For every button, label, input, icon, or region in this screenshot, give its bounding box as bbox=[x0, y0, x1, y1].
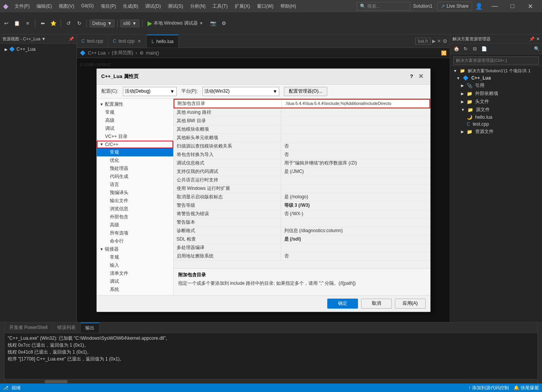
toolbar-btn-2[interactable]: 📋 bbox=[12, 19, 22, 28]
project-root[interactable]: ▼ 🔷 C++_Lua bbox=[450, 75, 542, 81]
sol-btn-collapse[interactable]: ⊟ bbox=[471, 45, 479, 53]
debug-config-dropdown[interactable]: Debug ▼ bbox=[90, 20, 114, 27]
prop-config-properties[interactable]: ▼ 配置属性 bbox=[97, 100, 173, 108]
prop-linker-system[interactable]: 系统 bbox=[97, 286, 173, 294]
prop-vc-dirs[interactable]: VC++ 目录 bbox=[97, 133, 173, 141]
menu-tools[interactable]: 工具(T) bbox=[209, 2, 230, 10]
bc-scope[interactable]: (全局范围) bbox=[112, 50, 133, 56]
prop-row-bmi[interactable]: 其他 BMI 目录 bbox=[174, 117, 430, 125]
config-dropdown[interactable]: 活动(Debug) ▼ bbox=[123, 87, 177, 96]
live-share-button[interactable]: ↗ Live Share bbox=[437, 2, 472, 11]
tab-test-cpp-2[interactable]: C test.cpp ✕ bbox=[108, 35, 147, 48]
prop-all-options[interactable]: 所有选项 bbox=[97, 229, 173, 237]
prop-row-clr[interactable]: 公共语言运行时支持 bbox=[174, 176, 430, 184]
sol-search-icon[interactable]: 🔍 bbox=[534, 46, 540, 51]
run-button[interactable]: ▶ 本地 Windows 调试器 ▼ bbox=[145, 19, 206, 28]
toolbar-btn-4[interactable]: ⬅ bbox=[38, 19, 47, 28]
prop-row-using[interactable]: 其他 #using 路径 bbox=[174, 108, 430, 117]
prop-row-module-deps[interactable]: 其他模块依赖项 bbox=[174, 125, 430, 134]
horizontal-scrollbar[interactable] bbox=[5, 379, 537, 384]
tab-test-cpp-1[interactable]: C test.cpp bbox=[77, 35, 108, 48]
pin-icon[interactable]: 📌 bbox=[529, 37, 535, 42]
prop-row-winrt[interactable]: 使用 Windows 运行时扩展 bbox=[174, 184, 430, 193]
close-button[interactable]: ✕ bbox=[521, 0, 539, 12]
resources-node[interactable]: ▶ 📁 资源文件 bbox=[450, 128, 542, 136]
sol-btn-refresh[interactable]: ↻ bbox=[462, 45, 469, 53]
menu-help[interactable]: 帮助(H) bbox=[277, 2, 299, 10]
menu-file[interactable]: 文件(F) bbox=[12, 2, 33, 10]
dialog-help-icon[interactable]: ? bbox=[410, 73, 413, 79]
prop-preprocessor[interactable]: 预处理器 bbox=[97, 164, 173, 173]
tab-hello-lua[interactable]: L hello.lua bbox=[147, 35, 178, 48]
prop-linker[interactable]: ▼ 链接器 bbox=[97, 245, 173, 253]
tab-close-icon[interactable]: ✕ bbox=[437, 38, 441, 44]
left-scroll-bar[interactable] bbox=[0, 322, 5, 384]
toolbar-btn-redo[interactable]: ↻ bbox=[75, 19, 84, 28]
menu-test[interactable]: 测试(S) bbox=[165, 2, 186, 10]
right-scroll-bar[interactable] bbox=[537, 322, 542, 384]
prop-row-sdl[interactable]: SDL 检查 是 (/sdl) bbox=[174, 235, 430, 244]
toolbar-btn-settings[interactable]: ⚙ bbox=[219, 19, 229, 28]
sidebar-root-item[interactable]: ▶ 🔷 C++_Lua bbox=[0, 45, 76, 53]
menu-edit[interactable]: 编辑(E) bbox=[33, 2, 55, 10]
prop-advanced[interactable]: 高级 bbox=[97, 116, 173, 125]
prop-output-files[interactable]: 输出文件 bbox=[97, 197, 173, 205]
menu-build[interactable]: 生成(B) bbox=[120, 2, 141, 10]
toolbar-btn-1[interactable]: ↩ bbox=[2, 19, 11, 28]
prop-row-nologo[interactable]: 取消显示启动版权标志 是 (/nologo) bbox=[174, 193, 430, 201]
bottom-tab-errors[interactable]: 错误列表 bbox=[53, 323, 81, 332]
sol-search-input[interactable]: 解决方案资源管理器(Ctrl+;) bbox=[453, 56, 539, 65]
hello-lua-file[interactable]: 🌙 hello.lua bbox=[450, 114, 542, 121]
tab-close-2[interactable]: ✕ bbox=[137, 38, 142, 44]
bc-cpp-lua[interactable]: C++ Lua bbox=[88, 50, 106, 56]
menu-window[interactable]: 窗口(W) bbox=[254, 2, 277, 10]
prop-cmd-line[interactable]: 命令行 bbox=[97, 237, 173, 245]
prop-linker-manifest[interactable]: 清单文件 bbox=[97, 269, 173, 277]
prop-row-warning-level[interactable]: 警告等级 等级 3 (/W3) bbox=[174, 201, 430, 210]
prop-cpp[interactable]: ▼ C/C++ bbox=[97, 141, 173, 148]
prop-row-diagnostics[interactable]: 诊断格式 列信息 (/diagnostics:column) bbox=[174, 227, 430, 235]
prop-row-convert[interactable]: 将包含转换为导入 否 bbox=[174, 151, 430, 159]
headers-node[interactable]: ▶ 📁 头文件 bbox=[450, 98, 542, 106]
refs-node[interactable]: ▶ 📎 引用 bbox=[450, 81, 542, 90]
prop-language[interactable]: 语言 bbox=[97, 181, 173, 189]
menu-extensions[interactable]: 扩展(X) bbox=[232, 2, 253, 10]
prop-code-gen[interactable]: 代码生成 bbox=[97, 173, 173, 181]
bottom-tab-powershell[interactable]: 开发者 PowerShell bbox=[5, 323, 53, 332]
menu-debug[interactable]: 调试(D) bbox=[142, 2, 164, 10]
external-deps-node[interactable]: ▶ 📁 外部依赖项 bbox=[450, 90, 542, 98]
menu-view[interactable]: 视图(V) bbox=[56, 2, 77, 10]
prop-pch[interactable]: 预编译头 bbox=[97, 189, 173, 197]
prop-row-multiproc[interactable]: 多处理器编译 bbox=[174, 244, 430, 252]
source-control-btn[interactable]: ↑ 添加到源代码控制 bbox=[468, 385, 509, 391]
prop-row-warnings-errors[interactable]: 将警告视为错误 否 (/WX-) bbox=[174, 210, 430, 218]
dialog-close-button[interactable]: ✕ bbox=[416, 72, 426, 81]
tab-lua-h[interactable]: lua.h bbox=[415, 38, 431, 45]
scroll-thumb[interactable] bbox=[45, 380, 68, 383]
cancel-button[interactable]: 取消 bbox=[361, 299, 392, 309]
bottom-tab-output[interactable]: 输出 bbox=[81, 322, 99, 333]
prop-row-header-deps[interactable]: 其他标头单元依赖项 bbox=[174, 134, 430, 142]
prop-general[interactable]: 常规 bbox=[97, 108, 173, 116]
prop-row-jmc[interactable]: 支持仅我的代码调试 是 (/JMC) bbox=[174, 168, 430, 176]
menu-git[interactable]: Git(G) bbox=[78, 2, 97, 10]
prop-debug[interactable]: 调试 bbox=[97, 125, 173, 133]
prop-row-include-dirs[interactable]: 附加包含目录 .\\lua-5.4.4\\lua-5.4.4\\include;… bbox=[174, 99, 430, 108]
toolbar-btn-3[interactable]: ≡ bbox=[23, 19, 32, 28]
tab-extra-arrow[interactable]: ▶ bbox=[432, 38, 436, 44]
toolbar-btn-5[interactable]: ⭐ bbox=[49, 19, 58, 28]
toolbar-btn-undo[interactable]: ↺ bbox=[64, 19, 73, 28]
prop-row-warning-ver[interactable]: 警告版本 bbox=[174, 218, 430, 227]
sol-close-icon[interactable]: ✕ bbox=[536, 37, 540, 42]
menu-project[interactable]: 项目(P) bbox=[98, 2, 119, 10]
bc-func[interactable]: main() bbox=[146, 50, 159, 56]
menu-analyze[interactable]: 分析(N) bbox=[187, 2, 209, 10]
prop-row-asan[interactable]: 启用地址擦除系统 否 bbox=[174, 252, 430, 261]
sidebar-pin-icon[interactable]: 📌 bbox=[69, 37, 74, 42]
prop-row-debug-format[interactable]: 调试信息格式 用于"编辑并继续"的程序数据库 (/ZI) bbox=[174, 159, 430, 168]
platform-dropdown[interactable]: x86 ▼ bbox=[120, 20, 139, 27]
ok-button[interactable]: 确定 bbox=[327, 299, 358, 309]
prop-linker-general[interactable]: 常规 bbox=[97, 253, 173, 261]
global-search-box[interactable]: 🔍 搜索... bbox=[356, 2, 410, 11]
prop-external-include[interactable]: 外部包含 bbox=[97, 213, 173, 221]
